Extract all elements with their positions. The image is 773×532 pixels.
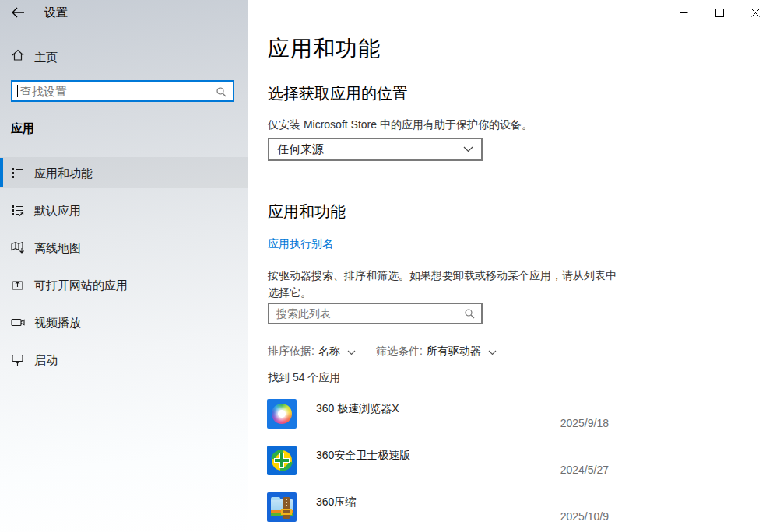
close-icon xyxy=(751,9,760,17)
apps-features-icon xyxy=(11,166,24,180)
app-list-search-box xyxy=(268,303,483,324)
sort-by-value: 名称 xyxy=(318,345,340,359)
search-icon[interactable] xyxy=(216,86,227,97)
home-icon xyxy=(11,48,25,62)
app-source-dropdown[interactable]: 任何来源 xyxy=(268,138,483,161)
dropdown-selected-value: 任何来源 xyxy=(269,142,463,157)
360-safe-guard-icon xyxy=(267,446,297,475)
window-controls xyxy=(666,0,773,25)
sort-filter-row: 排序依据: 名称 筛选条件: 所有驱动器 xyxy=(268,345,497,359)
app-install-date: 2025/9/18 xyxy=(515,417,609,429)
maximize-icon xyxy=(715,9,724,17)
sort-by-dropdown[interactable]: 排序依据: 名称 xyxy=(268,345,356,359)
choose-source-heading: 选择获取应用的位置 xyxy=(268,83,408,104)
minimize-icon xyxy=(680,9,688,17)
filter-by-value: 所有驱动器 xyxy=(427,345,481,359)
maximize-button[interactable] xyxy=(701,0,737,25)
app-list-search-input[interactable] xyxy=(269,304,481,323)
chevron-down-icon xyxy=(463,146,473,152)
chevron-down-icon xyxy=(347,350,356,355)
settings-search-input[interactable] xyxy=(12,82,233,100)
apps-features-description: 按驱动器搜索、排序和筛选。如果想要卸载或移动某个应用，请从列表中选择它。 xyxy=(268,267,620,301)
app-name: 360安全卫士极速版 xyxy=(316,449,410,463)
sidebar-item-default-apps[interactable]: 默认应用 xyxy=(0,194,248,226)
app-install-date: 2025/10/9 xyxy=(515,510,609,523)
sidebar-item-label: 视频播放 xyxy=(34,316,81,331)
sidebar-section-apps: 应用 xyxy=(11,121,34,136)
close-button[interactable] xyxy=(737,0,773,25)
filter-by-label: 筛选条件: xyxy=(376,345,423,359)
sort-by-label: 排序依据: xyxy=(268,345,314,359)
sidebar-item-label: 启动 xyxy=(34,353,58,368)
sidebar-item-apps-features[interactable]: 应用和功能 xyxy=(0,157,248,188)
sidebar-item-home[interactable]: 主页 xyxy=(0,44,248,72)
app-install-date: 2024/5/27 xyxy=(515,464,609,476)
sidebar-item-label: 应用和功能 xyxy=(34,166,93,181)
app-name: 360 极速浏览器X xyxy=(316,402,399,416)
sidebar-item-startup[interactable]: 启动 xyxy=(0,344,248,375)
startup-icon xyxy=(11,353,24,366)
sidebar-item-label: 默认应用 xyxy=(34,204,81,219)
settings-content: 应用和功能 选择获取应用的位置 仅安装 Microsoft Store 中的应用… xyxy=(248,0,773,532)
search-icon[interactable] xyxy=(464,308,475,319)
page-title: 应用和功能 xyxy=(268,34,381,64)
sidebar-item-video-playback[interactable]: 视频播放 xyxy=(0,306,248,338)
back-arrow-icon xyxy=(9,4,31,21)
settings-search-box xyxy=(11,80,234,102)
minimize-button[interactable] xyxy=(666,0,701,25)
sidebar-item-offline-maps[interactable]: 离线地图 xyxy=(0,232,248,263)
offline-maps-icon xyxy=(11,241,25,254)
video-playback-icon xyxy=(11,316,25,329)
apps-found-count: 找到 54 个应用 xyxy=(268,371,340,385)
sidebar-item-label: 离线地图 xyxy=(34,241,81,256)
app-name: 360压缩 xyxy=(316,495,356,509)
apps-features-heading: 应用和功能 xyxy=(268,201,346,222)
app-execution-aliases-link[interactable]: 应用执行别名 xyxy=(268,237,333,251)
360-zip-icon xyxy=(267,492,297,522)
filter-by-dropdown[interactable]: 筛选条件: 所有驱动器 xyxy=(376,345,497,359)
choose-source-description: 仅安装 Microsoft Store 中的应用有助于保护你的设备。 xyxy=(268,118,532,132)
default-apps-icon xyxy=(11,204,24,217)
back-button[interactable] xyxy=(9,4,31,23)
window-title: 设置 xyxy=(44,5,68,20)
apps-for-websites-icon xyxy=(11,278,24,292)
sidebar-item-label: 可打开网站的应用 xyxy=(34,278,128,293)
settings-sidebar: 设置 主页 应用 应用和功能 默认应用 离线地图 可 xyxy=(0,0,248,532)
sidebar-item-apps-for-websites[interactable]: 可打开网站的应用 xyxy=(0,269,248,300)
360-speed-browser-icon xyxy=(267,399,297,429)
sidebar-item-label: 主页 xyxy=(34,51,58,65)
text-caret xyxy=(17,85,18,97)
chevron-down-icon xyxy=(488,350,497,355)
